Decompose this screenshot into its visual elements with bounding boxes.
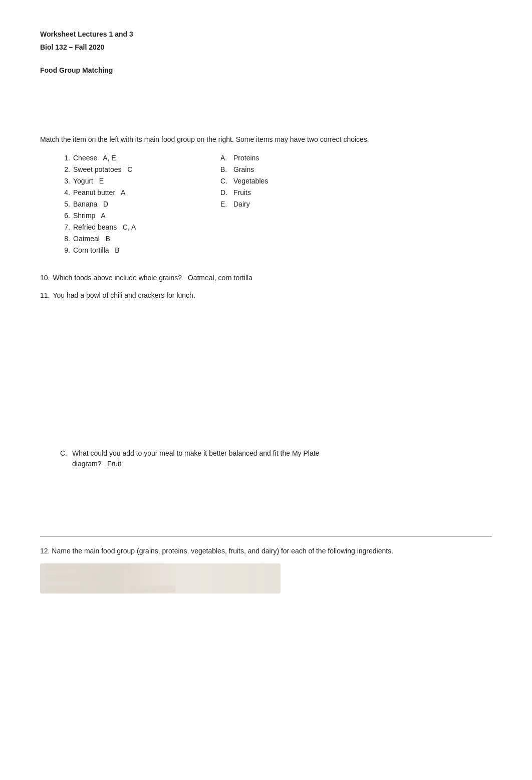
- item-number: 6.: [60, 212, 70, 220]
- left-items-list: 1. Cheese A, E, 2. Sweet potatoes C 3. Y…: [60, 154, 190, 258]
- list-item: 7. Refried beans C, A: [60, 223, 190, 231]
- list-item: E. Dairy: [220, 200, 321, 208]
- blurred-content: [40, 563, 281, 594]
- question-number: 11.: [40, 290, 50, 301]
- item-number: 3.: [60, 177, 70, 185]
- sub-question-text: What could you add to your meal to make …: [72, 448, 319, 469]
- item-number: 2.: [60, 165, 70, 173]
- list-item: 2. Sweet potatoes C: [60, 165, 190, 173]
- item-text: Yogurt E: [73, 177, 104, 185]
- item-text: Sweet potatoes C: [73, 165, 132, 173]
- item-text: Refried beans C, A: [73, 223, 136, 231]
- question-text: Which foods above include whole grains? …: [53, 273, 252, 283]
- list-item: D. Fruits: [220, 188, 321, 197]
- section-title: Food Group Matching: [40, 66, 492, 74]
- item-text: Fruits: [233, 188, 251, 197]
- list-item: 6. Shrimp A: [60, 212, 190, 220]
- list-item: B. Grains: [220, 165, 321, 173]
- question-12-number: 12.: [40, 547, 52, 555]
- item-text: Oatmeal B: [73, 235, 110, 243]
- instructions-text: Match the item on the left with its main…: [40, 134, 451, 145]
- list-item: 8. Oatmeal B: [60, 235, 190, 243]
- question-12-text: Name the main food group (grains, protei…: [52, 547, 393, 555]
- list-item: 5. Banana D: [60, 200, 190, 208]
- list-item: C. Vegetables: [220, 177, 321, 185]
- list-item: A. Proteins: [220, 154, 321, 162]
- item-number: 4.: [60, 188, 70, 197]
- question-12: 12. Name the main food group (grains, pr…: [40, 546, 451, 556]
- course-title: Biol 132 – Fall 2020: [40, 43, 492, 51]
- question-number: 10.: [40, 273, 50, 283]
- item-letter: E.: [220, 200, 230, 208]
- item-text: Proteins: [233, 154, 259, 162]
- item-text: Grains: [233, 165, 254, 173]
- item-letter: B.: [220, 165, 230, 173]
- list-item: 9. Corn tortilla B: [60, 246, 190, 254]
- sub-question-c: C. What could you add to your meal to ma…: [60, 448, 492, 469]
- item-text: Dairy: [233, 200, 250, 208]
- item-text: Peanut butter A: [73, 188, 125, 197]
- item-number: 9.: [60, 246, 70, 254]
- item-text: Corn tortilla B: [73, 246, 120, 254]
- spacer: [40, 476, 492, 536]
- worksheet-title: Worksheet Lectures 1 and 3: [40, 30, 492, 38]
- bottom-section: 12. Name the main food group (grains, pr…: [40, 536, 492, 594]
- item-text: Vegetables: [233, 177, 268, 185]
- question-11: 11. You had a bowl of chili and crackers…: [40, 290, 492, 301]
- item-letter: A.: [220, 154, 230, 162]
- item-text: Shrimp A: [73, 212, 106, 220]
- right-items-list: A. Proteins B. Grains C. Vegetables D. F…: [220, 154, 321, 258]
- item-text: Banana D: [73, 200, 108, 208]
- list-item: 4. Peanut butter A: [60, 188, 190, 197]
- item-text: Cheese A, E,: [73, 154, 118, 162]
- matching-section: 1. Cheese A, E, 2. Sweet potatoes C 3. Y…: [60, 154, 492, 258]
- item-letter: C.: [220, 177, 230, 185]
- list-item: 1. Cheese A, E,: [60, 154, 190, 162]
- item-number: 5.: [60, 200, 70, 208]
- question-text: You had a bowl of chili and crackers for…: [53, 290, 195, 301]
- spacer: [40, 308, 492, 448]
- item-number: 7.: [60, 223, 70, 231]
- item-letter: D.: [220, 188, 230, 197]
- item-number: 8.: [60, 235, 70, 243]
- question-10: 10. Which foods above include whole grai…: [40, 273, 492, 283]
- item-number: 1.: [60, 154, 70, 162]
- list-item: 3. Yogurt E: [60, 177, 190, 185]
- sub-question-letter: C.: [60, 448, 67, 469]
